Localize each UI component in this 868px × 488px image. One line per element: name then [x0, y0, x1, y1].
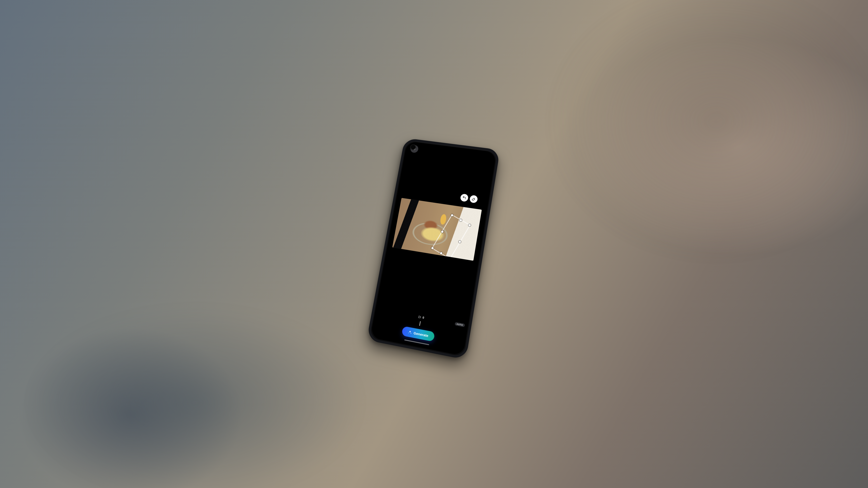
slider-center-indicator — [419, 321, 421, 326]
slider-tick — [427, 325, 427, 327]
slider-tick — [445, 328, 445, 330]
slider-tick — [441, 328, 442, 330]
slider-tick — [454, 330, 455, 332]
edited-image[interactable] — [392, 198, 482, 261]
slider-tick — [414, 322, 414, 325]
slider-tick — [402, 320, 402, 322]
erase-button[interactable] — [469, 195, 478, 203]
slider-tick — [400, 320, 400, 322]
slider-tick — [386, 317, 386, 320]
slider-tick — [393, 319, 393, 321]
slider-tick — [398, 318, 399, 322]
perspective-icon — [418, 315, 421, 319]
slider-tick — [389, 317, 390, 320]
slider-tick — [407, 320, 408, 323]
selection-box[interactable] — [432, 215, 470, 259]
slider-tick — [384, 317, 384, 319]
auto-button[interactable]: AUTO — [455, 322, 465, 327]
slider-tick — [439, 327, 440, 330]
slider-value: 0 — [422, 316, 424, 320]
selection-handle[interactable] — [451, 214, 454, 217]
slider-tick — [451, 329, 451, 332]
phone-device-frame: 0 AUTO Generate — [367, 138, 500, 360]
selection-handle[interactable] — [459, 219, 463, 222]
slider-tick — [409, 322, 409, 324]
editor-canvas[interactable] — [376, 141, 496, 323]
undo-icon — [462, 196, 466, 200]
slider-tick — [381, 315, 381, 318]
slider-tick — [379, 316, 379, 318]
slider-tick — [434, 325, 435, 328]
slider-tick — [405, 321, 406, 323]
svg-marker-3 — [418, 316, 421, 318]
home-indicator[interactable] — [404, 339, 429, 345]
slider-tick — [447, 329, 447, 331]
slider-tick — [382, 317, 383, 319]
slider-tick — [458, 331, 458, 333]
slider-tick — [452, 328, 453, 332]
slider-tick — [423, 324, 424, 326]
slider-value-label: 0 — [418, 315, 424, 320]
selection-handle[interactable] — [448, 257, 452, 260]
slider-tick — [418, 323, 418, 325]
selection-handle[interactable] — [441, 230, 444, 233]
slider-tick — [430, 326, 431, 328]
slider-tick — [432, 326, 433, 328]
slider-tick — [377, 315, 377, 318]
slider-tick — [421, 324, 422, 326]
slider-tick — [460, 331, 460, 333]
selection-handle[interactable] — [458, 240, 461, 243]
undo-button[interactable] — [460, 193, 469, 202]
slider-tick — [416, 322, 416, 325]
phone-screen: 0 AUTO Generate — [370, 141, 497, 356]
slider-tick — [411, 322, 411, 324]
selection-handle[interactable] — [468, 224, 471, 227]
slider-tick — [388, 318, 388, 320]
slider-tick — [456, 330, 456, 332]
slider-tick — [397, 319, 397, 321]
eraser-icon — [471, 197, 476, 201]
slider-tick — [462, 330, 462, 334]
slider-tick — [443, 327, 444, 330]
slider-tick — [438, 327, 438, 329]
generate-label: Generate — [413, 331, 429, 338]
slider-tick — [395, 319, 395, 321]
slider-tick — [425, 323, 426, 327]
slider-tick — [429, 325, 429, 328]
slider-tick — [436, 327, 436, 329]
selection-handle[interactable] — [431, 247, 434, 250]
sparkle-icon — [408, 330, 412, 335]
floating-tool-group — [460, 193, 478, 203]
slider-tick — [403, 320, 404, 323]
slider-tick — [463, 332, 464, 334]
slider-tick — [449, 329, 449, 331]
selection-handle[interactable] — [440, 252, 443, 255]
slider-tick — [391, 318, 392, 320]
slider-tick — [412, 322, 413, 324]
photo-background: 0 AUTO Generate — [0, 0, 868, 488]
